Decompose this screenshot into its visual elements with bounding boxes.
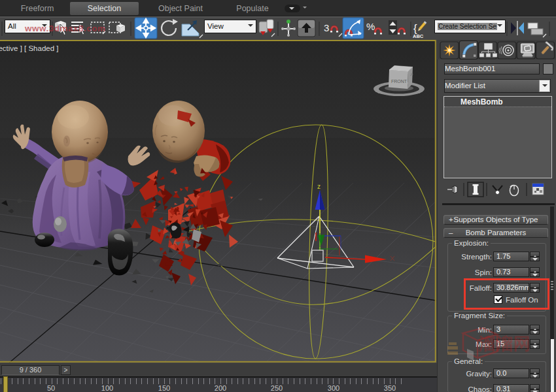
svg-text:z: z: [317, 183, 321, 190]
svg-text:3: 3: [324, 22, 329, 33]
svg-text:%: %: [366, 21, 375, 32]
svg-text:ABC: ABC: [413, 33, 424, 39]
svg-text:[ Perspective ] [ Shaded ]: [ Perspective ] [ Shaded ]: [0, 44, 59, 52]
svg-text:FRONT: FRONT: [391, 79, 408, 84]
